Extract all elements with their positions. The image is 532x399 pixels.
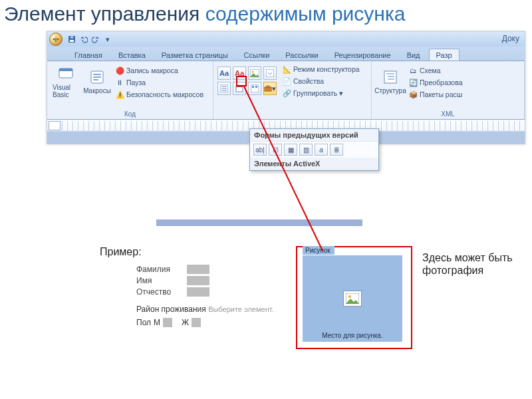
expansion-packs-label: Пакеты расш (420, 90, 462, 98)
legacy-shading-button[interactable]: a (315, 144, 328, 156)
design-mode-button[interactable]: 📐Режим конструктора (281, 64, 361, 74)
tab-view[interactable]: Вид (400, 49, 428, 61)
group-icon: 🔗 (282, 88, 291, 98)
insert-picture-button[interactable] (343, 291, 362, 307)
tab-mailings[interactable]: Рассылки (278, 49, 325, 61)
svg-rect-19 (255, 86, 257, 88)
slide-title: Элемент управления содержимым рисунка (0, 0, 532, 31)
group-code: Visual Basic Макросы 🔴Запись макроса ⏸Па… (47, 61, 213, 119)
macro-security-label: Безопасность макросов (126, 90, 203, 98)
red-highlight-marker (236, 76, 247, 86)
side-note-text: Здесь может быть фотография (422, 251, 522, 277)
expansion-packs-button[interactable]: 📦Пакеты расш (407, 89, 464, 100)
dropdown-list-control-button[interactable] (217, 82, 231, 95)
picture-control-button[interactable] (248, 66, 261, 80)
surname-input-placeholder[interactable] (187, 265, 209, 274)
svg-point-0 (55, 38, 57, 41)
qat-dropdown-icon[interactable]: ▾ (103, 35, 112, 44)
district-hint[interactable]: Выберите элемент. (208, 305, 273, 313)
gender-m-box[interactable] (163, 318, 172, 327)
titlebar: ▾ Доку (47, 32, 525, 47)
rich-text-control-button[interactable]: Aa (217, 66, 231, 80)
svg-point-12 (252, 71, 254, 73)
pack-icon: 📦 (408, 90, 418, 99)
combo-box-control-button[interactable] (263, 66, 277, 80)
macro-security-button[interactable]: ⚠️Безопасность макросов (114, 89, 205, 100)
visual-basic-button[interactable]: Visual Basic (51, 64, 80, 100)
properties-label: Свойства (293, 77, 324, 85)
group-controls: Aa Aa ▾ 📐Режим конструктора 📄Свойства (213, 61, 372, 119)
ruler-corner[interactable] (49, 121, 61, 130)
record-macro-button[interactable]: 🔴Запись макроса (114, 65, 205, 76)
svg-rect-6 (70, 40, 74, 42)
svg-rect-17 (251, 84, 259, 92)
office-button[interactable] (49, 33, 63, 46)
popup-section-legacy-forms: Формы предыдущих версий (250, 129, 378, 142)
name-input-placeholder[interactable] (187, 276, 209, 285)
legacy-dropdown-button[interactable]: ▦ (284, 144, 297, 156)
structure-label: Структура (374, 87, 406, 94)
legacy-tools-button[interactable]: ▾ (263, 82, 277, 95)
legacy-textfield-button[interactable]: ab| (253, 144, 267, 156)
svg-point-1 (53, 39, 55, 41)
tab-references[interactable]: Ссылки (237, 49, 277, 61)
record-icon: 🔴 (115, 66, 124, 75)
popup-section-activex: Элементы ActiveX (250, 158, 378, 170)
legacy-checkbox-button[interactable]: ☑ (269, 144, 282, 156)
svg-rect-22 (384, 71, 396, 83)
macros-icon (88, 68, 106, 86)
group-xml-label: XML (376, 110, 520, 119)
legacy-reset-button[interactable]: ≣ (330, 144, 343, 156)
picture-placeholder-text: Место для рисунка. (303, 332, 402, 339)
transform-button[interactable]: 🔄Преобразова (407, 77, 464, 88)
group-controls-button[interactable]: 🔗Группировать ▾ (281, 88, 361, 98)
legacy-frame-button[interactable]: ▥ (299, 144, 313, 156)
svg-rect-7 (70, 37, 73, 39)
design-mode-label: Режим конструктора (293, 65, 360, 73)
slide-title-highlight: содержимым рисунка (205, 3, 406, 25)
schema-icon: 🗂 (408, 66, 418, 75)
svg-point-4 (55, 41, 57, 43)
dropdown-icon (220, 84, 228, 92)
picture-control-body[interactable]: Место для рисунка. (303, 255, 402, 342)
name-label: Имя (136, 276, 183, 285)
structure-icon (382, 68, 399, 86)
patronymic-label: Отчество (136, 287, 183, 297)
redo-icon[interactable] (91, 35, 100, 44)
group-code-label: Код (51, 110, 209, 119)
svg-point-2 (57, 39, 59, 41)
ribbon: Visual Basic Макросы 🔴Запись макроса ⏸Па… (47, 61, 525, 120)
pause-recording-button[interactable]: ⏸Пауза (114, 77, 205, 88)
gallery-icon (251, 84, 259, 92)
tab-developer[interactable]: Разр (429, 49, 460, 61)
tab-review[interactable]: Рецензирование (327, 49, 398, 61)
properties-button[interactable]: 📄Свойства (281, 76, 361, 86)
visual-basic-label: Visual Basic (53, 84, 79, 98)
svg-point-24 (348, 295, 351, 298)
schema-button[interactable]: 🗂Схема (407, 65, 464, 76)
properties-icon: 📄 (282, 76, 291, 86)
tab-insert[interactable]: Вставка (111, 49, 153, 61)
decorative-strip (156, 219, 362, 226)
transform-label: Преобразова (420, 78, 462, 86)
gender-f-box[interactable] (192, 318, 201, 327)
group-xml: Структура 🗂Схема 🔄Преобразова 📦Пакеты ра… (372, 61, 525, 119)
svg-rect-13 (266, 69, 274, 77)
svg-point-3 (55, 37, 57, 39)
undo-icon[interactable] (79, 35, 88, 44)
picture-control-tab[interactable]: Рисунок (303, 246, 334, 255)
visual-basic-icon (57, 65, 74, 82)
structure-button[interactable]: Структура (376, 67, 405, 96)
window-doc-title: Доку (502, 34, 519, 43)
word-window: ▾ Доку Главная Вставка Разметка страницы… (47, 31, 525, 144)
quick-access-toolbar: ▾ (67, 35, 112, 44)
popup-legacy-row: ab| ☑ ▦ ▥ a ≣ (250, 142, 378, 158)
save-icon[interactable] (67, 35, 76, 44)
record-macro-label: Запись макроса (126, 66, 178, 74)
gender-f-label: Ж (182, 318, 189, 327)
macros-button[interactable]: Макросы (82, 67, 112, 96)
tab-layout[interactable]: Разметка страницы (154, 49, 235, 61)
building-block-control-button[interactable] (248, 82, 261, 95)
patronymic-input-placeholder[interactable] (187, 287, 209, 297)
tab-home[interactable]: Главная (67, 49, 110, 61)
